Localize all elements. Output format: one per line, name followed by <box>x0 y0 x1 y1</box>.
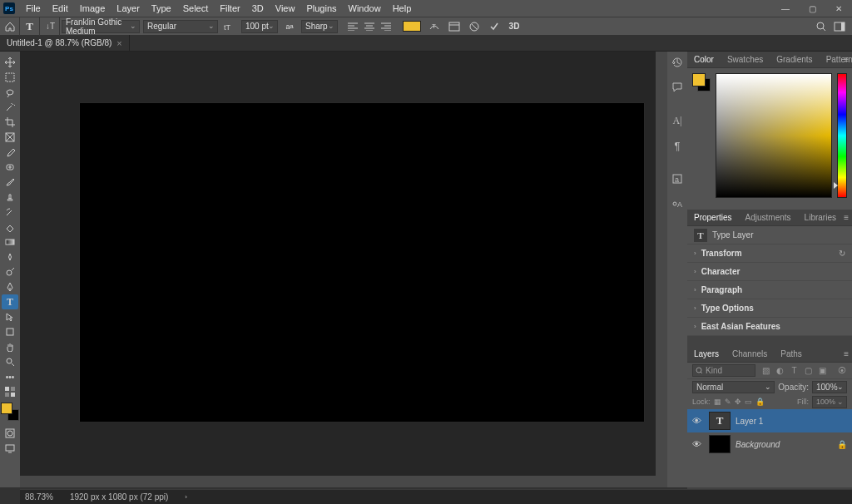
heal-tool-icon[interactable] <box>2 160 18 175</box>
wand-tool-icon[interactable] <box>2 100 18 115</box>
status-chevron-icon[interactable]: › <box>185 493 187 501</box>
tool-preset-type-icon[interactable]: T <box>20 17 40 36</box>
home-icon[interactable] <box>0 17 20 36</box>
close-tab-icon[interactable]: × <box>116 38 121 48</box>
filter-adjust-icon[interactable]: ◐ <box>775 365 785 376</box>
status-zoom[interactable]: 88.73% <box>25 492 53 502</box>
brush-tool-icon[interactable] <box>2 175 18 190</box>
layer-row[interactable]: 👁 T Layer 1 <box>687 409 852 432</box>
close-button[interactable]: ✕ <box>825 0 852 17</box>
align-left-icon[interactable] <box>345 20 360 33</box>
layer-name[interactable]: Layer 1 <box>736 417 847 426</box>
more-tools-icon[interactable]: ••• <box>2 369 18 384</box>
marquee-tool-icon[interactable] <box>2 70 18 85</box>
reset-icon[interactable]: ↻ <box>839 249 845 258</box>
dodge-tool-icon[interactable] <box>2 264 18 279</box>
blur-tool-icon[interactable] <box>2 250 18 264</box>
lock-position-icon[interactable]: ✥ <box>735 398 741 406</box>
menu-view[interactable]: View <box>270 3 301 13</box>
maximize-button[interactable]: ▢ <box>799 0 825 17</box>
shape-tool-icon[interactable] <box>2 324 18 339</box>
cancel-icon[interactable] <box>464 17 484 36</box>
lock-all-icon[interactable]: 🔒 <box>755 398 765 406</box>
color-field[interactable] <box>716 73 832 198</box>
vertical-scrollbar[interactable] <box>656 52 667 487</box>
eyedropper-tool-icon[interactable] <box>2 145 18 160</box>
paragraph-panel-icon[interactable]: ¶ <box>669 138 686 153</box>
filter-toggle-icon[interactable]: ⦿ <box>836 365 847 376</box>
history-brush-icon[interactable] <box>2 205 18 220</box>
tab-gradients[interactable]: Gradients <box>770 55 819 64</box>
workspace-icon[interactable] <box>834 22 845 32</box>
tab-color[interactable]: Color <box>687 55 721 64</box>
frame-tool-icon[interactable] <box>2 130 18 145</box>
tab-channels[interactable]: Channels <box>726 349 774 358</box>
menu-edit[interactable]: Edit <box>47 3 74 13</box>
styles-panel-icon[interactable]: A <box>669 196 686 211</box>
menu-plugins[interactable]: Plugins <box>300 3 342 13</box>
menu-help[interactable]: Help <box>387 3 418 13</box>
document-canvas[interactable] <box>80 103 644 422</box>
panel-menu-icon[interactable]: ≡ <box>844 349 849 358</box>
gradient-tool-icon[interactable] <box>2 235 18 250</box>
path-select-icon[interactable] <box>2 309 18 324</box>
font-style-select[interactable]: Regular <box>143 20 218 33</box>
tab-paths[interactable]: Paths <box>774 349 809 358</box>
align-right-icon[interactable] <box>379 20 394 33</box>
horizontal-scrollbar[interactable] <box>20 476 656 487</box>
color-panel-swatches[interactable] <box>692 73 711 91</box>
edit-toolbar-icon[interactable] <box>2 384 18 399</box>
zoom-tool-icon[interactable] <box>2 354 18 369</box>
panel-menu-icon[interactable]: ≡ <box>844 213 849 222</box>
search-icon[interactable] <box>815 21 827 32</box>
filter-type-icon[interactable]: T <box>789 365 800 376</box>
layer-name[interactable]: Background <box>736 440 832 449</box>
history-panel-icon[interactable] <box>669 55 686 70</box>
crop-tool-icon[interactable] <box>2 115 18 130</box>
move-tool-icon[interactable] <box>2 55 18 70</box>
document-tab[interactable]: Untitled-1 @ 88.7% (RGB/8) × <box>0 35 130 51</box>
status-dims[interactable]: 1920 px x 1080 px (72 ppi) <box>70 492 168 502</box>
tab-swatches[interactable]: Swatches <box>721 55 770 64</box>
pen-tool-icon[interactable] <box>2 279 18 294</box>
section-east-asian[interactable]: ›East Asian Features <box>687 318 852 336</box>
lock-icon[interactable]: 🔒 <box>837 440 847 449</box>
panel-menu-icon[interactable]: ≡ <box>844 55 849 64</box>
antialias-select[interactable]: Sharp <box>301 20 338 33</box>
type-tool-icon[interactable]: T <box>2 294 18 309</box>
section-transform[interactable]: ›Transform↻ <box>687 245 852 263</box>
quickmask-icon[interactable] <box>2 426 18 441</box>
font-family-select[interactable]: Franklin Gothic Medium <box>62 20 140 33</box>
tab-libraries[interactable]: Libraries <box>798 213 843 222</box>
commit-icon[interactable] <box>484 17 504 36</box>
visibility-toggle-icon[interactable]: 👁 <box>692 439 704 449</box>
color-fg-swatch[interactable] <box>692 73 706 86</box>
screenmode-icon[interactable] <box>2 441 18 456</box>
stamp-tool-icon[interactable] <box>2 190 18 205</box>
tab-layers[interactable]: Layers <box>687 349 726 358</box>
align-center-icon[interactable] <box>362 20 377 33</box>
warp-text-icon[interactable]: T <box>424 17 444 36</box>
filter-pixel-icon[interactable]: ▧ <box>760 365 771 376</box>
minimize-button[interactable]: — <box>772 0 799 17</box>
section-character[interactable]: ›Character <box>687 263 852 281</box>
tab-properties[interactable]: Properties <box>687 213 739 222</box>
toggle-orientation-icon[interactable]: ↓T <box>40 17 60 36</box>
layer-row[interactable]: 👁 Background 🔒 <box>687 432 852 456</box>
menu-file[interactable]: File <box>20 3 47 13</box>
menu-3d[interactable]: 3D <box>246 3 270 13</box>
visibility-toggle-icon[interactable]: 👁 <box>692 416 704 426</box>
char-panel-icon[interactable] <box>444 17 464 36</box>
hand-tool-icon[interactable] <box>2 339 18 354</box>
lasso-tool-icon[interactable] <box>2 85 18 100</box>
character-panel-icon[interactable]: A| <box>669 113 686 128</box>
section-type-options[interactable]: ›Type Options <box>687 299 852 318</box>
lock-pixels-icon[interactable]: ▦ <box>714 398 721 406</box>
filter-shape-icon[interactable]: ▢ <box>803 365 814 376</box>
lock-brush-icon[interactable]: ✎ <box>725 398 731 406</box>
eraser-tool-icon[interactable] <box>2 220 18 235</box>
foreground-color-swatch[interactable] <box>1 403 12 414</box>
canvas-area[interactable] <box>20 52 667 487</box>
filter-smart-icon[interactable]: ▣ <box>817 365 828 376</box>
menu-select[interactable]: Select <box>177 3 215 13</box>
